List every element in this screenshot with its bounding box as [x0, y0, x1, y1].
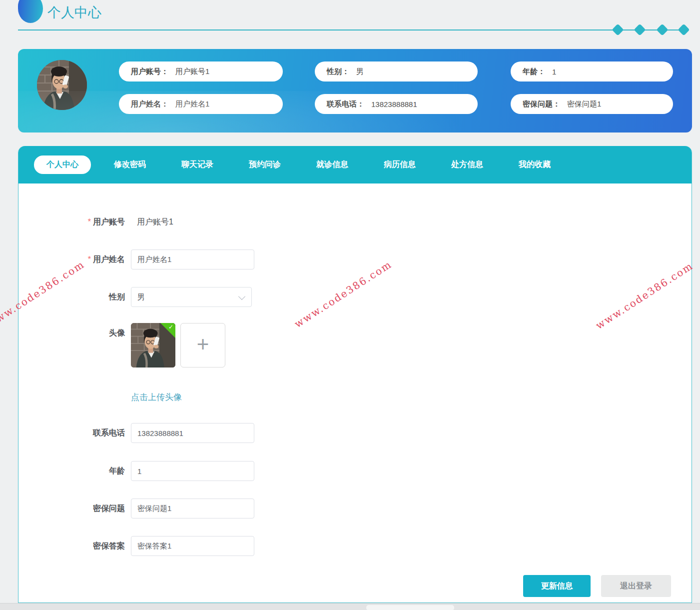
banner-field-value: 密保问题1 [567, 100, 601, 109]
required-mark: * [88, 218, 91, 226]
chevron-down-icon [238, 293, 245, 300]
update-info-button[interactable]: 更新信息 [523, 575, 591, 597]
phone-label: 联系电话 [18, 423, 125, 443]
phone-field[interactable] [131, 423, 254, 443]
user-info-banner: 用户账号： 用户账号1 性别： 男 年龄： 1 用户姓名： 用户姓名1 联系电话… [18, 49, 692, 132]
title-divider [18, 30, 686, 30]
app-logo [18, 0, 43, 23]
avatar-label: 头像 [18, 323, 125, 343]
form-row-name: *用户姓名 [18, 250, 692, 270]
banner-field-value: 13823888881 [371, 100, 417, 108]
banner-field-label: 年龄： [523, 67, 545, 76]
form-row-security-answer: 密保答案 [18, 536, 692, 556]
banner-field-account: 用户账号： 用户账号1 [119, 62, 283, 82]
gender-select[interactable]: 男 [131, 287, 252, 307]
age-field[interactable] [131, 461, 254, 481]
diamond-icon [656, 24, 668, 36]
diamond-icon [634, 24, 646, 36]
banner-field-label: 用户姓名： [131, 100, 168, 109]
avatar-thumbnail[interactable]: ✓ [131, 323, 175, 368]
age-label: 年龄 [18, 461, 125, 481]
banner-field-name: 用户姓名： 用户姓名1 [119, 94, 283, 114]
gender-label: 性别 [18, 287, 125, 307]
tab-prescription-info[interactable]: 处方信息 [451, 160, 483, 170]
tab-personal-center[interactable]: 个人中心 [34, 156, 91, 174]
diamond-icon [612, 24, 624, 36]
tab-visit-info[interactable]: 就诊信息 [316, 160, 348, 170]
security-question-label: 密保问题 [18, 498, 125, 518]
account-label: *用户账号 [18, 212, 125, 232]
diamond-icon [678, 24, 690, 36]
form-content: *用户账号 用户账号1 *用户姓名 性别 男 头像 [18, 184, 692, 602]
upload-avatar-hint[interactable]: 点击上传头像 [131, 392, 182, 403]
banner-field-value: 用户账号1 [175, 67, 209, 76]
tab-medical-records[interactable]: 病历信息 [384, 160, 416, 170]
required-mark: * [88, 255, 91, 264]
name-label: *用户姓名 [18, 250, 125, 270]
banner-field-label: 性别： [327, 67, 349, 76]
logout-button[interactable]: 退出登录 [601, 575, 671, 597]
form-row-account: *用户账号 用户账号1 [18, 212, 692, 232]
plus-icon: + [197, 334, 209, 355]
name-field[interactable] [131, 250, 254, 270]
banner-field-label: 联系电话： [327, 100, 364, 109]
tab-chat-records[interactable]: 聊天记录 [181, 160, 213, 170]
personal-center-page: 个人中心 用户账号： 用户账号1 性别： 男 年龄： 1 用户姓名： 用户姓名1… [0, 0, 700, 610]
avatar-image [37, 60, 87, 110]
banner-field-gender: 性别： 男 [315, 62, 478, 82]
gender-selected-value: 男 [137, 292, 145, 301]
check-icon: ✓ [168, 324, 173, 330]
tab-my-favorites[interactable]: 我的收藏 [519, 160, 551, 170]
page-title: 个人中心 [47, 4, 101, 22]
tab-appointment[interactable]: 预约问诊 [249, 160, 281, 170]
upload-avatar-button[interactable]: + [180, 323, 225, 368]
security-answer-field[interactable] [131, 536, 254, 556]
tab-change-password[interactable]: 修改密码 [114, 160, 146, 170]
form-row-gender: 性别 男 [18, 287, 692, 307]
form-row-avatar: 头像 ✓ + [18, 323, 692, 368]
security-question-field[interactable] [131, 498, 254, 518]
scrollbar-thumb[interactable] [366, 605, 454, 610]
banner-field-value: 用户姓名1 [175, 100, 209, 109]
main-panel: 个人中心 修改密码 聊天记录 预约问诊 就诊信息 病历信息 处方信息 我的收藏 … [18, 146, 692, 603]
tab-bar: 个人中心 修改密码 聊天记录 预约问诊 就诊信息 病历信息 处方信息 我的收藏 [18, 146, 692, 184]
form-row-security-question: 密保问题 [18, 498, 692, 518]
name-label-text: 用户姓名 [93, 255, 125, 264]
security-answer-label: 密保答案 [18, 536, 125, 556]
form-row-age: 年龄 [18, 461, 692, 481]
account-value: 用户账号1 [137, 212, 173, 232]
banner-field-phone: 联系电话： 13823888881 [315, 94, 478, 114]
banner-field-label: 用户账号： [131, 67, 168, 76]
account-label-text: 用户账号 [93, 218, 125, 226]
banner-field-question: 密保问题： 密保问题1 [511, 94, 673, 114]
banner-field-age: 年龄： 1 [511, 62, 673, 82]
banner-field-value: 1 [552, 68, 556, 76]
avatar [37, 60, 87, 110]
banner-field-value: 男 [356, 67, 364, 76]
bottom-scrollbar-track [0, 603, 700, 610]
form-row-phone: 联系电话 [18, 423, 692, 443]
banner-field-label: 密保问题： [523, 100, 560, 109]
